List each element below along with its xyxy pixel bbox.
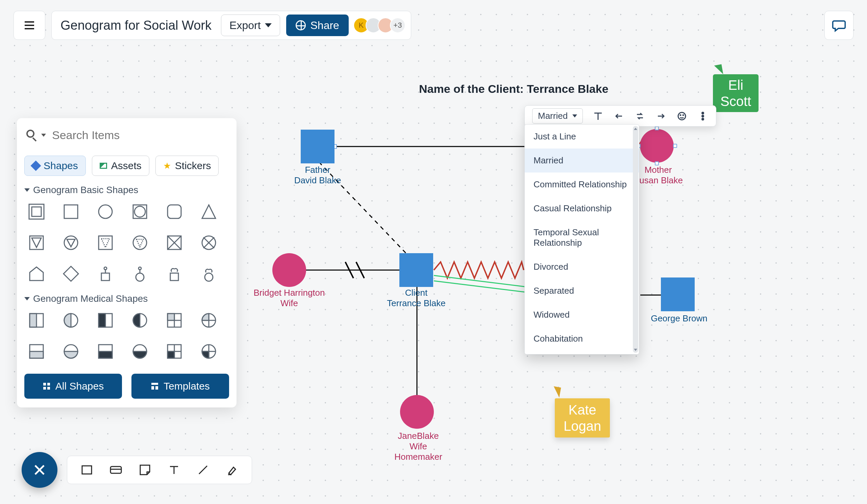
tab-assets[interactable]: Assets <box>92 156 149 176</box>
shape-animal-1[interactable] <box>96 264 115 283</box>
svg-rect-61 <box>47 383 50 385</box>
relationship-option[interactable]: Divorced <box>525 255 639 279</box>
shape-circle-down-triangle[interactable] <box>62 233 81 252</box>
shape-med-sq-bottom-light[interactable] <box>27 342 46 361</box>
document-title[interactable]: Genogram for Social Work <box>57 18 215 33</box>
shape-animal-3[interactable] <box>165 264 184 283</box>
shape-med-sq-half-left-dark[interactable] <box>96 311 115 330</box>
emoji-button[interactable] <box>676 110 688 122</box>
shape-med-sq-bl-quarter[interactable] <box>165 342 184 361</box>
shape-med-sq-quarter[interactable] <box>165 311 184 330</box>
diagram-title[interactable]: Name of the Client: Terrance Blake <box>419 83 609 96</box>
relationship-option[interactable]: Separated <box>525 279 639 303</box>
svg-rect-18 <box>99 236 112 250</box>
shape-dotted-down-triangle-sq[interactable] <box>96 233 115 252</box>
node-mother[interactable] <box>640 129 674 163</box>
shape-rounded-square[interactable] <box>165 202 184 221</box>
section-label: Genogram Basic Shapes <box>33 185 138 196</box>
menu-button[interactable] <box>13 11 45 40</box>
arrow-start-button[interactable] <box>613 110 625 122</box>
shape-animal-2[interactable] <box>130 264 149 283</box>
shape-female[interactable] <box>96 202 115 221</box>
scroll-up-icon[interactable] <box>634 127 637 130</box>
relationship-option[interactable]: Married <box>525 149 639 173</box>
swap-direction-button[interactable] <box>634 110 646 122</box>
search-row <box>24 126 229 150</box>
shape-med-circ-bottom-light[interactable] <box>62 342 81 361</box>
shape-square-down-triangle[interactable] <box>27 233 46 252</box>
shape-pentagon[interactable] <box>27 264 46 283</box>
svg-rect-43 <box>168 314 174 320</box>
share-button[interactable]: Share <box>286 14 349 36</box>
line-tool[interactable] <box>196 462 211 477</box>
node-wife[interactable] <box>400 395 434 429</box>
svg-point-5 <box>683 115 684 116</box>
more-options-button[interactable] <box>697 110 708 122</box>
shape-square[interactable] <box>62 202 81 221</box>
close-panel-button[interactable] <box>22 452 57 488</box>
shape-med-circ-half-left-dark[interactable] <box>130 311 149 330</box>
shape-med-circ-half-left-light[interactable] <box>62 311 81 330</box>
arrow-end-button[interactable] <box>655 110 667 122</box>
tab-shapes[interactable]: Shapes <box>24 156 86 176</box>
node-george[interactable] <box>661 277 695 311</box>
shape-med-sq-half-left-light[interactable] <box>27 311 46 330</box>
relationship-option[interactable]: Widowed <box>525 303 639 327</box>
scrollbar[interactable] <box>633 126 638 353</box>
chevron-down-icon[interactable] <box>41 134 46 137</box>
shape-dotted-down-triangle-circ[interactable] <box>130 233 149 252</box>
text-tool[interactable] <box>167 462 181 477</box>
svg-point-14 <box>135 206 145 217</box>
svg-point-33 <box>205 273 213 281</box>
relationship-select[interactable]: Married <box>532 108 583 123</box>
node-father[interactable] <box>301 130 334 163</box>
search-icon[interactable] <box>26 130 38 141</box>
node-exwife[interactable] <box>272 253 306 287</box>
card-tool[interactable] <box>108 462 123 477</box>
relationship-option[interactable]: Temporal Sexual Relationship <box>525 220 639 255</box>
all-shapes-button[interactable]: All Shapes <box>24 374 122 399</box>
shape-male[interactable] <box>27 202 46 221</box>
search-input[interactable] <box>51 128 227 142</box>
comments-button[interactable] <box>824 11 854 40</box>
sticky-note-tool[interactable] <box>138 462 152 477</box>
hamburger-icon <box>23 19 36 32</box>
svg-point-12 <box>99 205 112 218</box>
shape-square-x[interactable] <box>165 233 184 252</box>
shape-circle-x[interactable] <box>199 233 218 252</box>
text-tool-button[interactable] <box>592 110 604 122</box>
section-basic-shapes[interactable]: Genogram Basic Shapes <box>24 185 229 196</box>
shape-triangle[interactable] <box>199 202 218 221</box>
shape-med-circ-bottom-dark[interactable] <box>130 342 149 361</box>
svg-rect-69 <box>82 466 92 474</box>
tab-stickers[interactable]: ★Stickers <box>156 156 219 176</box>
scroll-down-icon[interactable] <box>634 349 637 352</box>
relationship-option[interactable]: Cohabitation <box>525 327 639 351</box>
shape-med-circ-bl-quarter[interactable] <box>199 342 218 361</box>
relationship-option[interactable]: Committed Relationship <box>525 173 639 196</box>
highlighter-tool[interactable] <box>225 462 239 477</box>
relationship-selected-label: Married <box>538 111 568 121</box>
collaborator-avatars: K +3 <box>357 18 405 33</box>
templates-button[interactable]: Templates <box>131 374 229 399</box>
selection-handle[interactable] <box>673 144 677 148</box>
shape-med-circ-quarter[interactable] <box>199 311 218 330</box>
shapes-panel: Shapes Assets ★Stickers Genogram Basic S… <box>17 118 236 407</box>
avatar-more[interactable]: +3 <box>390 18 405 33</box>
rectangle-tool[interactable] <box>79 462 94 477</box>
node-client[interactable] <box>399 253 433 287</box>
relationship-option[interactable]: Just a Line <box>525 124 639 149</box>
relationship-option[interactable]: Indifferent <box>525 351 639 354</box>
shape-animal-4[interactable] <box>199 264 218 283</box>
shape-med-sq-bottom-dark[interactable] <box>96 342 115 361</box>
tab-label: Shapes <box>44 160 78 172</box>
export-button[interactable]: Export <box>221 14 280 36</box>
section-medical-shapes[interactable]: Genogram Medical Shapes <box>24 293 229 304</box>
relationship-option[interactable]: Casual Relationship <box>525 196 639 220</box>
templates-icon <box>151 382 159 390</box>
shape-circle-in-square[interactable] <box>130 202 149 221</box>
selection-handle[interactable] <box>655 126 659 130</box>
svg-rect-38 <box>99 314 105 327</box>
top-toolbar: Genogram for Social Work Export Share K … <box>13 11 854 40</box>
shape-diamond[interactable] <box>62 264 81 283</box>
